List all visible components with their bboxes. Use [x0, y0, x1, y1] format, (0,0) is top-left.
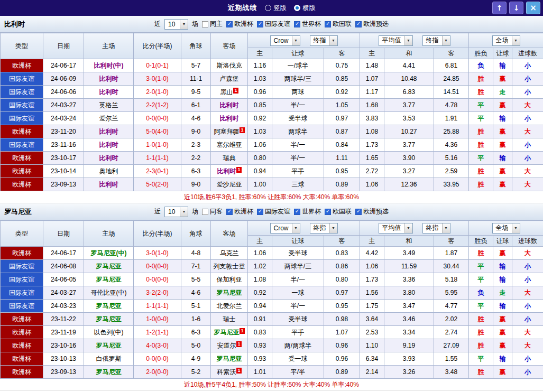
close-button[interactable]: ×	[526, 2, 540, 14]
home-team-cell: 罗马尼亚	[84, 366, 134, 379]
competition-filter-checkbox[interactable]: 欧洲预选	[355, 20, 389, 29]
away-team-cell: 爱沙尼亚	[211, 178, 248, 191]
competition-type-cell: 国际友谊	[1, 273, 43, 286]
home-team-cell: 罗马尼亚	[84, 260, 134, 273]
competition-filter-checkbox[interactable]: 欧洲杯	[226, 207, 253, 216]
handicap-cell: 半/一	[272, 273, 324, 286]
final-odds-select[interactable]: 终指▼	[422, 223, 450, 234]
score-cell: 2-0(1-0)	[134, 86, 181, 99]
away-team-cell: 罗马尼亚1	[211, 326, 248, 339]
competition-filter-checkbox[interactable]: 欧洲杯	[226, 20, 253, 29]
competition-filter-checkbox[interactable]: 国际友谊	[257, 207, 290, 216]
competition-filter-checkbox[interactable]: 欧国联	[325, 207, 352, 216]
goals-result-cell: 小	[512, 86, 543, 99]
handicap-result-cell: 输	[493, 59, 512, 72]
up-arrow-icon: ↑	[496, 4, 503, 12]
checkbox-checked-icon	[355, 209, 362, 215]
handicap-cell: 受一球	[272, 352, 324, 366]
fulltime-select[interactable]: 全场▼	[492, 223, 520, 234]
competition-filter-checkbox[interactable]: 世界杯	[294, 20, 321, 29]
home-odds-cell: 0.92	[248, 286, 272, 300]
games-count-select[interactable]: 10 ▼	[164, 19, 188, 30]
table-row: 欧洲杯23-11-22罗马尼亚1-0(0-0)1-6瑞士0.91受半球0.983…	[1, 313, 543, 326]
chevron-down-icon: ▼	[180, 207, 188, 217]
handicap-result-cell: 输	[493, 152, 512, 165]
table-row: 国际友谊24-03-27英格兰2-2(1-2)6-1比利时0.85半/一1.05…	[1, 99, 543, 112]
radio-checked-icon	[294, 5, 300, 11]
competition-filter-checkbox[interactable]: 国际友谊	[257, 20, 290, 29]
handicap-result-cell: 赢	[493, 313, 512, 326]
handicap-cell: 两球半/三	[272, 260, 324, 273]
checkbox-unchecked-icon	[202, 209, 208, 215]
competition-filter-checkbox[interactable]: 欧国联	[325, 20, 352, 29]
home-odds-cell: 0.91	[248, 313, 272, 326]
away-odds-cell: 0.95	[324, 165, 360, 178]
table-row: 国际友谊24-06-06比利时2-0(1-0)9-5黑山10.96两球0.921…	[1, 86, 543, 99]
column-header: 比分(半场)	[134, 33, 181, 59]
fulltime-select[interactable]: 全场▼	[492, 35, 520, 46]
avg-draw-odds-cell: 3.93	[384, 352, 434, 366]
goals-result-cell: 小	[512, 152, 543, 165]
chevron-down-icon: ▼	[180, 20, 188, 29]
goals-result-cell: 大	[512, 339, 543, 352]
competition-type-cell: 国际友谊	[1, 99, 43, 112]
away-team-cell: 瑞士	[211, 313, 248, 326]
table-row: 国际友谊24-06-05罗马尼亚0-0(0-0)5-5保加利亚1.08半/一0.…	[1, 273, 543, 286]
team-name-text: 奥地利	[99, 167, 118, 175]
avg-draw-odds-cell: 3.80	[384, 286, 434, 300]
team-name-text: 科索沃	[217, 368, 236, 376]
team-name-text: 爱尔兰	[99, 115, 118, 122]
avg-draw-odds-cell: 3.36	[384, 273, 434, 286]
team-name-text: 比利时	[99, 154, 118, 162]
team-name-text: 罗马尼亚	[217, 355, 242, 362]
team-name-text: 爱沙尼亚	[217, 181, 242, 188]
layout-horizontal-radio[interactable]: 横版	[294, 4, 316, 13]
competition-type-cell: 欧洲杯	[1, 125, 43, 138]
team-name-text: 瑞典	[223, 154, 236, 162]
results-table: 类型日期主场比分(半场)角球客场Crow▼终指▼平均值▼终指▼全场▼ 主让球客主…	[0, 220, 543, 379]
date-cell: 23-11-20	[43, 125, 84, 138]
away-odds-cell: 0.80	[324, 273, 360, 286]
corners-cell: 6-3	[181, 326, 211, 339]
home-odds-cell: 1.06	[248, 247, 272, 260]
bookmaker-select[interactable]: Crow▼	[270, 223, 300, 234]
column-header: 主	[360, 48, 384, 59]
handicap-result-cell: 走	[493, 86, 512, 99]
radio-horizontal-label: 横版	[303, 4, 316, 13]
away-odds-cell: 0.95	[324, 300, 360, 313]
table-row: 欧洲杯23-11-20比利时5-0(4-0)9-0阿塞拜疆11.03两球半0.8…	[1, 125, 543, 138]
team-name: 比利时	[4, 20, 25, 29]
average-select[interactable]: 平均值▼	[379, 35, 413, 46]
team-name-text: 罗马尼亚(中)	[91, 249, 127, 257]
competition-filter-checkbox[interactable]: 欧洲预选	[355, 207, 389, 216]
same-venue-checkbox[interactable]: 同主	[202, 20, 223, 29]
summary-line: 近10场,胜6平3负1, 胜率:60% 让胜率:60% 大率:40% 单率:60…	[0, 191, 543, 203]
final-odds-select[interactable]: 终指▼	[310, 223, 338, 234]
layout-vertical-radio[interactable]: 竖版	[265, 4, 287, 13]
goals-result-cell: 小	[512, 366, 543, 379]
section-header: 比利时 近 10 ▼ 场 同主 欧洲杯国际友谊世界杯欧国联欧洲预选	[0, 16, 543, 33]
same-venue-checkbox[interactable]: 同客	[202, 207, 223, 216]
away-team-cell: 瑞典	[211, 152, 248, 165]
away-team-cell: 卢森堡	[211, 72, 248, 86]
away-odds-cell: 1.05	[324, 99, 360, 112]
competition-filter-checkbox[interactable]: 世界杯	[294, 207, 321, 216]
handicap-cell: 三球	[272, 178, 324, 191]
goals-result-cell: 大	[512, 125, 543, 138]
column-header: 让球	[493, 236, 512, 247]
table-row: 国际友谊24-03-27哥伦比亚(中)3-2(2-0)4-6罗马尼亚0.92一球…	[1, 286, 543, 300]
scroll-down-button[interactable]: ↓	[509, 2, 523, 14]
average-select[interactable]: 平均值▼	[379, 223, 413, 234]
scroll-up-button[interactable]: ↑	[492, 2, 507, 14]
final-odds-select[interactable]: 终指▼	[422, 35, 450, 46]
score-cell: 3-0(1-0)	[134, 72, 181, 86]
red-card-badge: 1	[236, 368, 241, 374]
games-count-select[interactable]: 10 ▼	[164, 207, 188, 217]
final-odds-select[interactable]: 终指▼	[310, 35, 338, 46]
team-name-text: 瑞士	[223, 315, 236, 323]
corners-cell: 5-1	[181, 300, 211, 313]
bookmaker-select[interactable]: Crow▼	[270, 35, 300, 46]
away-team-cell: 罗马尼亚	[211, 352, 248, 366]
team-name-text: 比利时	[99, 128, 118, 135]
team-name-text: 罗马尼亚	[96, 263, 122, 270]
